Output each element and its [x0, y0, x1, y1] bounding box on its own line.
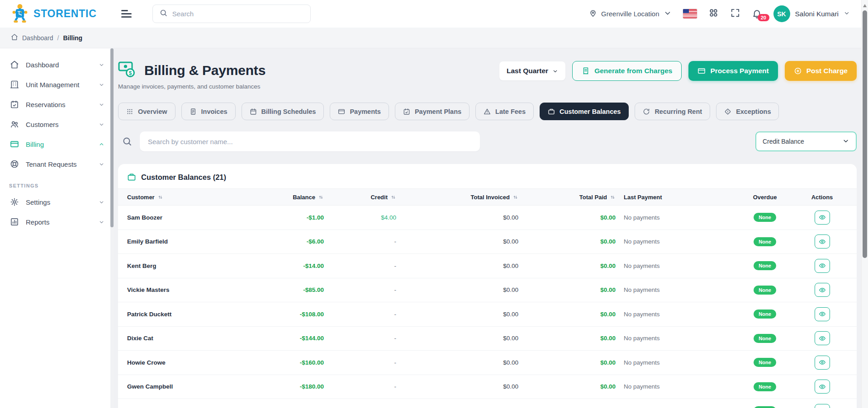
column-header-actions: Actions	[797, 194, 848, 201]
chevron-down-icon	[844, 10, 850, 18]
sidebar-scrollbar[interactable]	[110, 48, 114, 408]
fullscreen-icon[interactable]	[730, 8, 740, 20]
apps-grid-icon[interactable]	[708, 8, 719, 20]
period-select-value: Last Quarter	[507, 67, 548, 75]
sidebar-item-unit-management[interactable]: Unit Management	[0, 75, 114, 94]
balance-cell: -$180.00	[261, 383, 324, 390]
chart-icon	[10, 217, 19, 226]
column-header-credit[interactable]: Credit	[324, 194, 396, 201]
chevron-down-icon	[99, 199, 104, 205]
column-label: Credit	[370, 194, 388, 201]
users-icon	[10, 120, 19, 129]
brand-name: STORENTIC	[33, 8, 97, 20]
sidebar-nav: DashboardUnit ManagementReservationsCust…	[0, 55, 114, 174]
customer-search-input[interactable]	[140, 131, 480, 151]
actions-cell	[797, 356, 848, 370]
chevron-down-icon	[99, 161, 104, 167]
customer-name-cell: Vickie Masters	[127, 286, 261, 293]
page-subtitle: Manage invoices, payments, and customer …	[118, 83, 266, 90]
location-selector[interactable]: Greenville Location	[589, 9, 671, 19]
post-charge-button[interactable]: Post Charge	[785, 61, 857, 81]
tab-customer-balances[interactable]: Customer Balances	[540, 103, 629, 120]
view-customer-button[interactable]	[815, 380, 830, 394]
view-customer-button[interactable]	[815, 283, 830, 297]
user-name: Saloni Kumari	[795, 10, 839, 18]
tab-invoices[interactable]: Invoices	[181, 103, 236, 120]
actions-cell	[797, 307, 848, 321]
actions-cell	[797, 331, 848, 345]
generate-from-charges-button[interactable]: Generate from Charges	[572, 61, 682, 81]
column-header-overdue: Overdue	[733, 194, 797, 201]
period-select[interactable]: Last Quarter	[499, 61, 565, 80]
view-customer-button[interactable]	[815, 404, 830, 408]
tab-label: Customer Balances	[560, 108, 621, 115]
sidebar-item-tenant-requests[interactable]: Tenant Requests	[0, 154, 114, 174]
view-customer-button[interactable]	[815, 211, 830, 225]
scrollbar-up-arrow[interactable]	[863, 2, 867, 7]
tab-overview[interactable]: Overview	[118, 103, 175, 120]
global-search[interactable]	[152, 5, 311, 23]
tab-payments[interactable]: Payments	[330, 103, 389, 120]
tab-billing-schedules[interactable]: Billing Schedules	[242, 103, 324, 120]
process-payment-button[interactable]: Process Payment	[688, 61, 778, 81]
overdue-cell: None	[733, 286, 797, 295]
breadcrumb-dashboard[interactable]: Dashboard	[22, 34, 53, 42]
page-scrollbar[interactable]	[861, 0, 868, 408]
sidebar-item-settings[interactable]: Settings	[0, 192, 114, 212]
scrollbar-thumb[interactable]	[863, 10, 867, 258]
view-customer-button[interactable]	[815, 234, 830, 249]
customer-name-cell: Emily Barfield	[127, 238, 261, 245]
search-icon	[159, 9, 168, 19]
notifications-button[interactable]: 20	[752, 9, 762, 19]
card-icon	[10, 140, 19, 149]
sidebar-item-dashboard[interactable]: Dashboard	[0, 55, 114, 75]
tab-payment-plans[interactable]: Payment Plans	[395, 103, 470, 120]
brand[interactable]: STORENTIC	[11, 3, 97, 25]
total-invoiced-cell: $0.00	[396, 383, 518, 390]
tab-exceptions[interactable]: Exceptions	[716, 103, 779, 120]
column-header-total-paid[interactable]: Total Paid	[518, 194, 616, 201]
chevron-down-icon	[99, 219, 104, 225]
us-flag-icon[interactable]	[683, 9, 697, 19]
total-invoiced-cell: $0.00	[396, 214, 518, 221]
button-label: Generate from Charges	[594, 67, 672, 75]
balance-filter-select[interactable]: Credit Balance	[755, 131, 857, 151]
breadcrumb-separator: /	[57, 34, 59, 42]
sidebar-item-billing[interactable]: Billing	[0, 134, 114, 154]
sidebar-item-label: Reports	[26, 218, 50, 226]
column-header-balance[interactable]: Balance	[261, 194, 324, 201]
sidebar-scrollbar-thumb[interactable]	[110, 48, 114, 227]
sidebar-item-label: Customers	[26, 121, 59, 128]
tab-late-fees[interactable]: Late Fees	[475, 103, 534, 120]
calendar-check-icon	[403, 108, 410, 115]
sidebar-item-customers[interactable]: Customers	[0, 114, 114, 134]
receipt-icon	[582, 67, 590, 75]
sidebar-toggle-button[interactable]	[121, 10, 132, 18]
tab-label: Invoices	[201, 108, 228, 115]
user-menu[interactable]: SK Saloni Kumari	[773, 5, 850, 22]
sidebar-item-reservations[interactable]: Reservations	[0, 94, 114, 114]
customer-name-cell: Kent Berg	[127, 263, 261, 269]
last-payment-cell: No payments	[616, 263, 733, 269]
view-customer-button[interactable]	[815, 307, 830, 321]
global-search-input[interactable]	[172, 10, 304, 18]
sidebar-item-label: Billing	[26, 141, 44, 148]
view-customer-button[interactable]	[815, 356, 830, 370]
search-icon	[122, 136, 133, 147]
home-icon	[11, 33, 18, 42]
eye-icon	[819, 335, 826, 342]
column-header-customer[interactable]: Customer	[127, 194, 261, 201]
overdue-badge: None	[754, 213, 776, 222]
sidebar-item-reports[interactable]: Reports	[0, 212, 114, 232]
overdue-badge: None	[754, 310, 776, 319]
sidebar-section-label: SETTINGS	[0, 174, 114, 192]
credit-cell: -	[324, 335, 396, 342]
view-customer-button[interactable]	[815, 259, 830, 273]
total-invoiced-cell: $0.00	[396, 335, 518, 342]
plus-circle-icon	[794, 67, 802, 75]
column-header-total-invoiced[interactable]: Total Invoiced	[396, 194, 518, 201]
view-customer-button[interactable]	[815, 331, 830, 345]
tab-recurring-rent[interactable]: Recurring Rent	[635, 103, 710, 120]
card-icon	[338, 108, 345, 115]
billing-money-icon: $	[118, 61, 137, 80]
